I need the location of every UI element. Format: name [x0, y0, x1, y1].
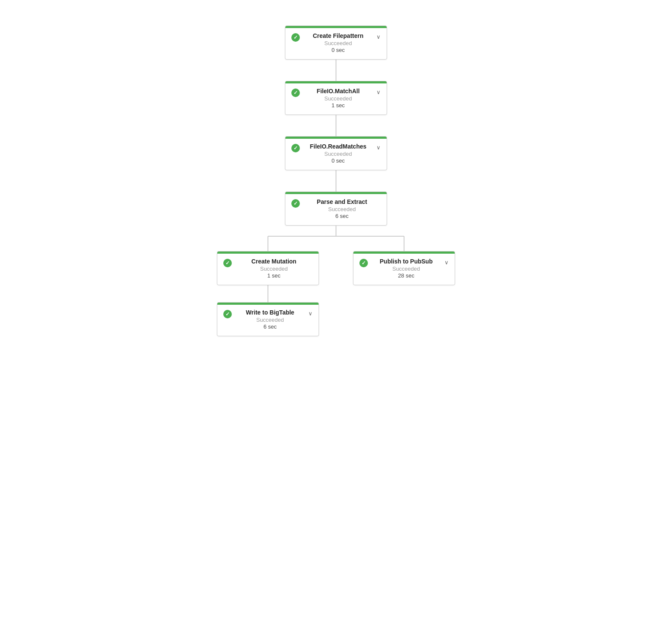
success-icon: [291, 33, 300, 42]
node-status: Succeeded: [303, 95, 373, 102]
node-content: Publish to PubSub Succeeded 28 sec: [371, 258, 441, 279]
node-title: Publish to PubSub: [371, 258, 441, 265]
node-time: 1 sec: [303, 102, 373, 109]
node-status: Succeeded: [235, 266, 313, 272]
branch-lines: [217, 226, 455, 251]
node-title: Parse and Extract: [303, 198, 381, 205]
node-content: FileIO.ReadMatches Succeeded 0 sec: [303, 143, 373, 164]
sub-connector-line: [268, 285, 268, 302]
node-create-mutation[interactable]: Create Mutation Succeeded 1 sec: [217, 251, 319, 285]
node-create-filepattern[interactable]: Create Filepattern Succeeded 0 sec ∨: [285, 26, 387, 60]
chevron-down-icon: ∨: [376, 34, 381, 40]
node-fileio-readmatches[interactable]: FileIO.ReadMatches Succeeded 0 sec ∨: [285, 136, 387, 170]
success-icon: [223, 259, 232, 267]
node-status: Succeeded: [303, 40, 373, 46]
success-icon: [223, 310, 232, 318]
flow-diagram: Create Filepattern Succeeded 0 sec ∨ Fil…: [217, 26, 455, 336]
node-time: 0 sec: [303, 157, 373, 164]
connector-line: [336, 115, 336, 136]
node-time: 6 sec: [303, 213, 381, 219]
branch-row: Create Mutation Succeeded 1 sec Write to…: [217, 251, 455, 336]
chevron-down-icon: ∨: [376, 144, 381, 151]
success-icon: [291, 144, 300, 152]
node-content: Create Mutation Succeeded 1 sec: [235, 258, 313, 279]
node-parse-and-extract[interactable]: Parse and Extract Succeeded 6 sec: [285, 192, 387, 226]
node-fileio-matchall[interactable]: FileIO.MatchAll Succeeded 1 sec ∨: [285, 81, 387, 115]
node-status: Succeeded: [235, 317, 305, 323]
node-time: 1 sec: [235, 272, 313, 279]
node-title: FileIO.ReadMatches: [303, 143, 373, 150]
node-title: Write to BigTable: [235, 309, 305, 316]
node-status: Succeeded: [303, 151, 373, 157]
node-time: 28 sec: [371, 272, 441, 279]
node-time: 0 sec: [303, 47, 373, 53]
node-publish-to-pubsub[interactable]: Publish to PubSub Succeeded 28 sec ∨: [353, 251, 455, 285]
node-title: Create Filepattern: [303, 32, 373, 39]
node-content: FileIO.MatchAll Succeeded 1 sec: [303, 88, 373, 109]
left-branch: Create Mutation Succeeded 1 sec Write to…: [217, 251, 319, 336]
node-write-to-bigtable[interactable]: Write to BigTable Succeeded 6 sec ∨: [217, 302, 319, 336]
branch-section: Create Mutation Succeeded 1 sec Write to…: [217, 226, 455, 336]
node-content: Write to BigTable Succeeded 6 sec: [235, 309, 305, 330]
node-title: FileIO.MatchAll: [303, 88, 373, 94]
connector-line: [336, 60, 336, 81]
node-time: 6 sec: [235, 323, 305, 330]
node-content: Parse and Extract Succeeded 6 sec: [303, 198, 381, 219]
chevron-down-icon: ∨: [376, 89, 381, 95]
node-status: Succeeded: [303, 206, 381, 212]
node-content: Create Filepattern Succeeded 0 sec: [303, 32, 373, 53]
success-icon: [291, 199, 300, 208]
node-status: Succeeded: [371, 266, 441, 272]
success-icon: [291, 89, 300, 97]
right-branch: Publish to PubSub Succeeded 28 sec ∨: [353, 251, 455, 285]
node-title: Create Mutation: [235, 258, 313, 265]
chevron-down-icon: ∨: [444, 259, 449, 266]
connector-line: [336, 170, 336, 192]
success-icon: [359, 259, 368, 267]
chevron-down-icon: ∨: [308, 310, 313, 317]
